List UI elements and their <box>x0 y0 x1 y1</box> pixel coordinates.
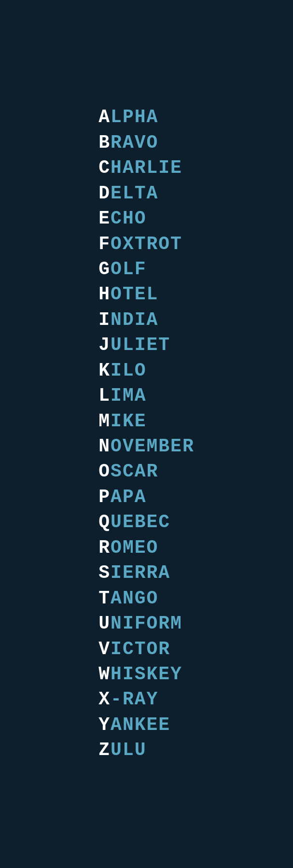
word-first-letter: L <box>98 385 111 406</box>
word-rest: OLF <box>111 259 146 280</box>
word-rest: ULIET <box>111 335 170 355</box>
list-item: DELTA <box>98 181 158 206</box>
word-first-letter: Q <box>98 512 111 532</box>
list-item: VICTOR <box>98 637 170 662</box>
word-first-letter: M <box>98 411 111 432</box>
word-rest: ANGO <box>111 588 158 609</box>
word-first-letter: K <box>98 360 111 381</box>
list-item: SIERRA <box>98 560 170 586</box>
list-item: JULIET <box>98 333 170 358</box>
word-first-letter: A <box>98 107 111 127</box>
word-rest: OTEL <box>111 284 158 305</box>
word-first-letter: Z <box>98 740 111 760</box>
list-item: OSCAR <box>98 459 158 484</box>
word-rest: LPHA <box>111 107 158 127</box>
list-item: X-RAY <box>98 687 158 712</box>
list-item: BRAVO <box>98 130 158 155</box>
word-rest: ANKEE <box>111 714 170 735</box>
list-item: ZULU <box>98 738 146 763</box>
word-rest: HARLIE <box>111 157 182 178</box>
word-rest: SCAR <box>111 461 158 482</box>
word-first-letter: D <box>98 183 111 204</box>
word-first-letter: E <box>98 208 111 229</box>
word-first-letter: R <box>98 537 111 558</box>
word-first-letter: T <box>98 588 111 609</box>
list-item: ECHO <box>98 206 146 231</box>
list-item: CHARLIE <box>98 155 182 181</box>
word-rest: APA <box>111 487 146 507</box>
list-item: KILO <box>98 358 146 383</box>
word-rest: ELTA <box>111 183 158 204</box>
list-item: YANKEE <box>98 713 170 738</box>
list-item: TANGO <box>98 586 158 611</box>
word-first-letter: N <box>98 436 111 457</box>
word-first-letter: B <box>98 132 111 153</box>
word-first-letter: V <box>98 639 111 659</box>
word-first-letter: S <box>98 562 111 583</box>
word-first-letter: P <box>98 487 111 507</box>
word-rest: NIFORM <box>111 613 182 634</box>
word-rest: -RAY <box>111 689 158 710</box>
word-rest: ICTOR <box>111 639 170 659</box>
list-item: FOXTROT <box>98 232 182 257</box>
word-rest: IERRA <box>111 562 170 583</box>
list-item: INDIA <box>98 308 158 333</box>
word-rest: ILO <box>111 360 146 381</box>
list-item: ROMEO <box>98 535 158 560</box>
word-rest: NDIA <box>111 309 158 330</box>
word-rest: OVEMBER <box>111 436 195 457</box>
word-first-letter: J <box>98 335 111 355</box>
list-item: ALPHA <box>98 105 158 130</box>
word-first-letter: Y <box>98 714 111 735</box>
word-first-letter: F <box>98 234 111 254</box>
list-item: MIKE <box>98 409 146 434</box>
word-rest: CHO <box>111 208 146 229</box>
word-first-letter: O <box>98 461 111 482</box>
phonetic-alphabet-list: ALPHABRAVOCHARLIEDELTAECHOFOXTROTGOLFHOT… <box>98 85 194 782</box>
word-first-letter: W <box>98 664 111 685</box>
word-rest: HISKEY <box>111 664 182 685</box>
word-rest: OXTROT <box>111 234 182 254</box>
list-item: NOVEMBER <box>98 434 194 459</box>
list-item: LIMA <box>98 383 146 408</box>
list-item: HOTEL <box>98 282 158 307</box>
list-item: WHISKEY <box>98 662 182 687</box>
word-first-letter: H <box>98 284 111 305</box>
word-rest: UEBEC <box>111 512 170 532</box>
word-first-letter: X <box>98 689 111 710</box>
list-item: GOLF <box>98 257 146 282</box>
word-first-letter: C <box>98 157 111 178</box>
list-item: QUEBEC <box>98 510 170 535</box>
list-item: PAPA <box>98 485 146 510</box>
word-rest: OMEO <box>111 537 158 558</box>
word-first-letter: G <box>98 259 111 280</box>
word-rest: IKE <box>111 411 146 432</box>
list-item: UNIFORM <box>98 611 182 636</box>
word-rest: ULU <box>111 740 146 760</box>
word-first-letter: U <box>98 613 111 634</box>
word-rest: IMA <box>111 385 146 406</box>
word-first-letter: I <box>98 309 111 330</box>
word-rest: RAVO <box>111 132 158 153</box>
